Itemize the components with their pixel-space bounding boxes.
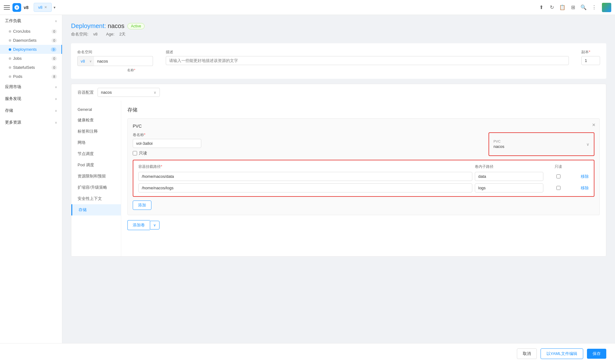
readonly-checkbox-row: 只读: [133, 150, 484, 156]
pvc-select-type-label: PVC: [493, 139, 504, 143]
add-volume-main-button[interactable]: 添加卷: [127, 220, 150, 230]
tabs-area: v8 ✕ ▾: [34, 3, 536, 12]
readonly-checkbox-1-wrap: [546, 174, 571, 178]
sidebar-section-appmarket[interactable]: 应用市场 ∨: [0, 81, 62, 93]
side-nav-labels[interactable]: 标签和注释: [71, 126, 121, 137]
mount-row-2: 移除: [136, 182, 591, 194]
desc-input[interactable]: [166, 56, 569, 65]
user-avatar[interactable]: [602, 3, 611, 12]
bottom-bar: 取消 以YAML文件编辑 保存: [0, 343, 615, 364]
side-nav-scaling[interactable]: 扩缩容/升级策略: [71, 182, 121, 193]
remove-row-1-button[interactable]: 移除: [581, 174, 589, 179]
cancel-button[interactable]: 取消: [517, 348, 537, 359]
upload-icon[interactable]: ⬆: [538, 5, 544, 10]
storage-content: 存储 PVC ✕ 卷名称*: [121, 101, 606, 256]
side-nav: General 健康检查 标签和注释 网络 节点调度 Pod 调度 资源限制和预…: [71, 101, 121, 256]
sidebar-section-workloads-label: 工作负载: [5, 18, 21, 24]
container-config-row: 容器配置 nacos ∨: [71, 84, 606, 101]
sidebar-item-daemonsets[interactable]: DaemonSets 0: [0, 36, 62, 45]
namespace-label: 命名空间: [77, 50, 153, 55]
mount-sub-path-2[interactable]: [475, 183, 543, 192]
side-nav-network[interactable]: 网络: [71, 137, 121, 148]
form-group-namespace-name: 命名空间 v8 ∨: [77, 50, 153, 73]
more-icon[interactable]: ⋮: [591, 5, 597, 10]
mount-sub-path-1[interactable]: [475, 172, 543, 181]
search-icon[interactable]: 🔍: [581, 5, 586, 10]
sidebar-section-workloads[interactable]: 工作负载 ∧: [0, 15, 62, 27]
container-select-dropdown[interactable]: nacos ∨: [98, 88, 160, 97]
app-name: v8: [24, 5, 29, 10]
remove-2-wrap: 移除: [573, 185, 589, 191]
sidebar-section-more-chevron: ∨: [55, 121, 57, 124]
side-nav-security[interactable]: 安全性上下文: [71, 193, 121, 204]
readonly-label: 只读: [139, 150, 147, 156]
readonly-checkbox-2[interactable]: [556, 186, 560, 190]
tab-label: v8: [38, 5, 43, 10]
form-row-main: 命名空间 v8 ∨: [77, 50, 600, 73]
main-layout: 工作负载 ∧ CronJobs 0 DaemonSets 0 Deploymen…: [0, 15, 615, 343]
grid-icon[interactable]: ⊞: [570, 5, 576, 10]
readonly-checkbox[interactable]: [133, 151, 137, 155]
mount-row-1: 移除: [136, 171, 591, 182]
pvc-close-icon[interactable]: ✕: [592, 122, 596, 127]
namespace-info: 命名空间: v8: [71, 32, 102, 36]
side-nav-nodesched[interactable]: 节点调度: [71, 148, 121, 159]
volume-name-input[interactable]: [133, 139, 201, 148]
sidebar-section-service[interactable]: 服务发现 ∨: [0, 93, 62, 105]
sidebar-item-statefulsets[interactable]: StatefulSets 0: [0, 63, 62, 72]
sidebar-section-storage[interactable]: 存储 ∨: [0, 105, 62, 116]
add-mount-row-button[interactable]: 添加: [133, 201, 151, 210]
sidebar-dot: [9, 66, 11, 69]
sidebar-dot-active: [9, 48, 11, 51]
name-label-bottom: 名称*: [127, 68, 135, 73]
pvc-top-row: 卷名称* 只读: [133, 132, 594, 156]
side-nav-general[interactable]: General: [71, 104, 121, 115]
replica-label: 副本*: [581, 50, 600, 55]
side-nav-health[interactable]: 健康检查: [71, 115, 121, 126]
sidebar-section-storage-chevron: ∨: [55, 109, 57, 112]
page-subtitle: 命名空间: v8 Age: 2天: [71, 31, 606, 37]
name-input[interactable]: [94, 56, 153, 66]
sidebar-dot: [9, 75, 11, 78]
tab-dropdown-button[interactable]: ▾: [52, 5, 57, 10]
sidebar-section-service-label: 服务发现: [5, 96, 21, 102]
tab-close-icon[interactable]: ✕: [44, 5, 47, 9]
remove-row-2-button[interactable]: 移除: [581, 185, 589, 191]
mount-container-path-2[interactable]: [138, 183, 472, 192]
sidebar-item-jobs[interactable]: Jobs 0: [0, 54, 62, 63]
container-config-section: 容器配置 nacos ∨ General 健康检查 标签和注释 网络 节点调度 …: [71, 84, 606, 257]
side-nav-resources[interactable]: 资源限制和预留: [71, 171, 121, 182]
replica-input[interactable]: [581, 56, 600, 65]
readonly-checkbox-1[interactable]: [556, 174, 560, 178]
status-badge: Active: [127, 23, 145, 29]
menu-icon[interactable]: [4, 4, 10, 11]
clipboard-icon[interactable]: 📋: [560, 5, 565, 10]
sidebar-section-more[interactable]: 更多资源 ∨: [0, 116, 62, 128]
storage-title: 存储: [127, 107, 600, 113]
sidebar-section-storage-label: 存储: [5, 108, 13, 113]
mount-container-path-1[interactable]: [138, 172, 472, 181]
sidebar-item-deployments[interactable]: Deployments 9: [0, 45, 62, 54]
page-title-row: Deployment: nacos Active: [71, 22, 606, 30]
topbar-actions: ⬆ ↻ 📋 ⊞ 🔍 ⋮: [538, 3, 611, 12]
sidebar-item-cronjobs[interactable]: CronJobs 0: [0, 27, 62, 36]
sidebar-item-pods[interactable]: Pods 8: [0, 72, 62, 81]
container-body: General 健康检查 标签和注释 网络 节点调度 Pod 调度 资源限制和预…: [71, 101, 606, 256]
sidebar-section-more-label: 更多资源: [5, 120, 21, 125]
side-nav-podsched[interactable]: Pod 调度: [71, 159, 121, 171]
sidebar-section-appmarket-label: 应用市场: [5, 84, 21, 90]
volume-name-label: 卷名称*: [133, 132, 484, 138]
refresh-icon[interactable]: ↻: [549, 5, 555, 10]
col-readonly-header: 只读: [546, 164, 571, 169]
mount-paths-table: 容器挂载路径* 卷内子路径 只读: [133, 160, 594, 197]
pvc-card: PVC ✕ 卷名称*: [127, 118, 600, 215]
sidebar-section-workloads-chevron: ∧: [55, 19, 57, 23]
side-nav-storage[interactable]: 存储: [71, 204, 121, 215]
namespace-select-wrap[interactable]: v8 ∨: [77, 56, 94, 66]
pvc-select-box[interactable]: PVC nacos ∨: [489, 132, 594, 156]
add-volume-button-group: 添加卷 ∨: [127, 220, 600, 230]
tab-v8[interactable]: v8 ✕: [34, 3, 52, 12]
yaml-edit-button[interactable]: 以YAML文件编辑: [541, 348, 583, 359]
save-button[interactable]: 保存: [587, 349, 606, 359]
add-volume-dropdown-button[interactable]: ∨: [150, 221, 160, 229]
